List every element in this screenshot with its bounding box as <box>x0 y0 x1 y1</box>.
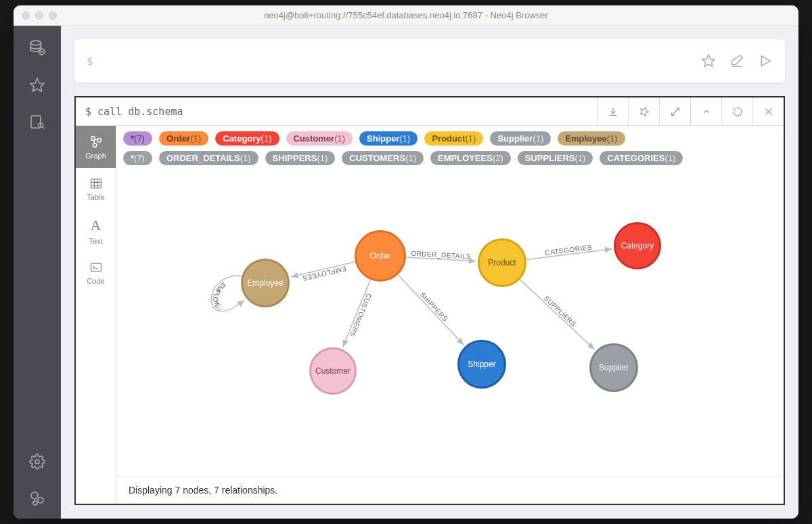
svg-rect-14 <box>91 179 101 188</box>
result-status: Displaying 7 nodes, 7 relationships. <box>116 476 784 504</box>
node-pill-order[interactable]: Order(1) <box>159 131 208 146</box>
rel-pill-suppliers[interactable]: SUPPLIERS(1) <box>518 151 593 165</box>
rerun-icon[interactable] <box>721 97 752 125</box>
favorite-icon[interactable] <box>701 53 716 68</box>
pin-icon[interactable] <box>628 97 659 125</box>
node-pill-employee[interactable]: Employee(1) <box>558 131 625 146</box>
result-command: $ call db.schema <box>76 106 597 118</box>
node-product[interactable]: Product <box>478 238 526 287</box>
pill-rows: *(7)Order(1)Category(1)Customer(1)Shippe… <box>116 126 784 168</box>
node-pill-supplier[interactable]: Supplier(1) <box>490 131 551 146</box>
tablet-search-icon[interactable] <box>29 114 45 130</box>
tab-text-label: Text <box>89 237 102 245</box>
svg-point-7 <box>38 498 43 503</box>
svg-text:SHIPPERS: SHIPPERS <box>419 291 449 323</box>
node-pill-all[interactable]: *(7) <box>123 131 152 146</box>
play-icon[interactable] <box>758 53 773 68</box>
result-frame: $ call db.schema <box>74 96 785 505</box>
svg-point-5 <box>35 460 39 464</box>
graph-pane: *(7)Order(1)Category(1)Customer(1)Shippe… <box>116 126 784 504</box>
node-employee[interactable]: Employee <box>241 259 290 307</box>
editor-bar[interactable]: $ <box>74 39 785 83</box>
result-actions <box>597 97 784 125</box>
view-tabs: Graph Table A Text Code <box>76 126 116 504</box>
collapse-icon[interactable] <box>690 97 721 125</box>
result-body: Graph Table A Text Code <box>76 126 784 504</box>
rel-pill-order_details[interactable]: ORDER_DETAILS(1) <box>159 151 258 165</box>
result-header: $ call db.schema <box>76 97 784 126</box>
tab-graph[interactable]: Graph <box>76 126 116 168</box>
svg-text:CATEGORIES: CATEGORIES <box>545 243 593 257</box>
svg-point-8 <box>33 501 37 505</box>
svg-text:ORDER_DETAILS: ORDER_DETAILS <box>411 250 472 261</box>
relationship-pills-row: *(7)ORDER_DETAILS(1)SHIPPERS(1)CUSTOMERS… <box>123 151 777 165</box>
rel-pill-all[interactable]: *(7) <box>123 151 152 165</box>
node-supplier[interactable]: Supplier <box>589 343 638 392</box>
window-body: $ $ call db.schema <box>14 26 798 519</box>
rel-pill-customers[interactable]: CUSTOMERS(1) <box>342 151 424 165</box>
titlebar: neo4j@bolt+routing://755c54ef.databases.… <box>14 5 798 26</box>
svg-point-13 <box>93 144 97 148</box>
tab-code-label: Code <box>87 277 104 285</box>
database-icon[interactable] <box>28 39 46 57</box>
app-window: neo4j@bolt+routing://755c54ef.databases.… <box>14 5 798 519</box>
app-sidebar <box>14 26 61 519</box>
window-title: neo4j@bolt+routing://755c54ef.databases.… <box>14 10 798 20</box>
graph-edges: EMPLOYEESORDER_DETAILSCUSTOMERSSHIPPERSS… <box>116 168 784 476</box>
svg-text:EMPLOYEES: EMPLOYEES <box>301 265 346 282</box>
rel-pill-categories[interactable]: CATEGORIES(1) <box>600 151 683 165</box>
close-icon[interactable] <box>752 97 784 125</box>
node-pill-customer[interactable]: Customer(1) <box>286 131 353 146</box>
expand-icon[interactable] <box>659 97 690 125</box>
svg-point-12 <box>97 138 101 142</box>
svg-point-0 <box>30 41 41 45</box>
node-pill-product[interactable]: Product(1) <box>424 131 483 146</box>
svg-rect-15 <box>91 263 101 271</box>
settings-icon[interactable] <box>29 454 45 470</box>
download-icon[interactable] <box>597 97 628 125</box>
svg-rect-3 <box>31 116 41 128</box>
svg-text:CUSTOMERS: CUSTOMERS <box>348 292 373 338</box>
tab-table-label: Table <box>87 193 104 201</box>
node-pill-shipper[interactable]: Shipper(1) <box>359 131 418 146</box>
rel-pill-employees[interactable]: EMPLOYEES(2) <box>430 151 511 165</box>
tab-graph-label: Graph <box>85 152 106 160</box>
about-icon[interactable] <box>29 490 45 506</box>
node-pill-category[interactable]: Category(1) <box>215 131 279 146</box>
svg-marker-9 <box>702 55 715 66</box>
svg-text:EMPLOYE…: EMPLOYE… <box>212 281 227 311</box>
tab-table[interactable]: Table <box>76 168 116 210</box>
svg-marker-10 <box>762 56 771 66</box>
svg-point-6 <box>31 492 38 499</box>
tab-code[interactable]: Code <box>76 252 116 294</box>
node-pills-row: *(7)Order(1)Category(1)Customer(1)Shippe… <box>123 131 777 146</box>
tab-text[interactable]: A Text <box>76 210 116 252</box>
svg-text:SUPPLIERS: SUPPLIERS <box>543 294 578 328</box>
graph-viz[interactable]: EMPLOYEESORDER_DETAILSCUSTOMERSSHIPPERSS… <box>116 168 784 476</box>
star-icon[interactable] <box>29 77 45 93</box>
svg-marker-2 <box>30 79 44 91</box>
node-category[interactable]: Category <box>614 222 661 269</box>
node-customer[interactable]: Customer <box>309 347 357 395</box>
node-order[interactable]: Order <box>355 230 406 282</box>
node-shipper[interactable]: Shipper <box>457 340 506 389</box>
main-area: $ $ call db.schema <box>61 26 798 519</box>
editor-prompt[interactable]: $ <box>87 55 701 68</box>
rel-pill-shippers[interactable]: SHIPPERS(1) <box>265 151 336 165</box>
erase-icon[interactable] <box>729 53 744 68</box>
editor-icons <box>701 53 773 68</box>
